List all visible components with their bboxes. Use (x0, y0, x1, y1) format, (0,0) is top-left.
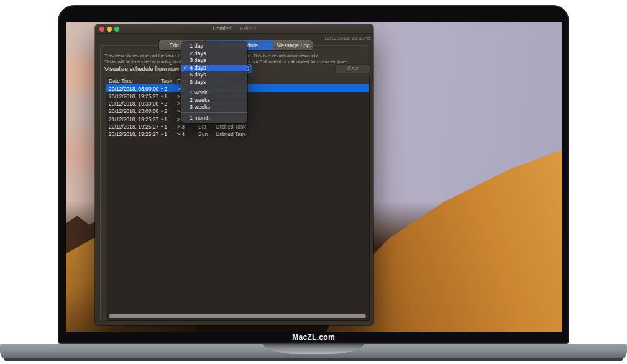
bezel-brand-text: MacZL.com (58, 333, 569, 342)
menu-item-1-week[interactable]: 1 week (181, 89, 247, 97)
menu-item-label: 4 days (190, 65, 206, 71)
table-cell: • 2 (161, 86, 167, 92)
menu-item-1-day[interactable]: 1 day (181, 43, 247, 50)
desktop-display: Untitled — Edited 19/12/2018, 19:32:45 T… (66, 22, 562, 332)
table-cell: 20/12/2018, 19:25:27 (109, 93, 158, 99)
column-header[interactable]: Date Time (109, 78, 133, 84)
table-cell: • 2 (161, 101, 167, 107)
menu-item-label: 5 days (190, 71, 206, 78)
info-line2-right: s not Calculated or calculated for a sho… (248, 59, 346, 65)
table-cell: • 1 (161, 124, 167, 130)
table-cell: 20/12/2018, 23:00:00 (109, 108, 158, 114)
laptop-screen-bezel: Untitled — Edited 19/12/2018, 19:32:45 T… (58, 5, 569, 344)
menu-item-label: 6 days (190, 79, 206, 85)
checkmark-icon: ✓ (183, 65, 188, 72)
table-cell: Sun (198, 131, 208, 137)
menu-item-label: 2 days (190, 50, 206, 57)
menu-item-3-weeks[interactable]: 3 weeks (181, 104, 247, 111)
window-titlebar[interactable]: Untitled — Edited (95, 24, 373, 34)
menu-item-label: 3 days (190, 57, 206, 63)
table-row[interactable]: 23/12/2018, 19:25:27• 1> 4SunUntitled Ta… (106, 130, 369, 138)
menu-item-6-days[interactable]: 6 days (181, 79, 247, 86)
table-cell: • 1 (161, 116, 167, 122)
menu-item-label: 1 day (190, 43, 203, 49)
info-line1-right: d. This is a visualization view only. (248, 53, 319, 58)
table-cell: • 1 (161, 131, 167, 137)
laptop-base (0, 344, 627, 361)
menu-item-2-weeks[interactable]: 2 weeks (181, 97, 247, 104)
table-cell: > 4 (177, 131, 185, 137)
menu-separator (181, 88, 247, 88)
column-divider (158, 78, 159, 83)
table-cell: Untitled Task (216, 131, 246, 137)
table-cell: 20/12/2018, 19:30:00 (109, 101, 158, 107)
table-cell: Untitled Task (216, 124, 246, 130)
table-cell: 23/12/2018, 19:25:27 (109, 131, 158, 137)
horizontal-scrollbar[interactable] (109, 314, 366, 318)
lid-notch (263, 344, 364, 354)
calc-button[interactable]: Calc (335, 64, 371, 73)
table-cell: • 1 (161, 93, 167, 99)
table-cell: Sat (198, 124, 206, 130)
menu-item-label: 1 month (190, 115, 210, 121)
menu-item-4-days[interactable]: ✓4 days (181, 65, 247, 72)
table-cell: 22/12/2018, 19:25:27 (109, 124, 158, 130)
column-header[interactable]: Task (161, 78, 172, 84)
table-cell: • 2 (161, 108, 167, 114)
menu-item-label: 3 weeks (190, 104, 210, 110)
table-cell: > 3 (177, 124, 185, 130)
page: Untitled — Edited 19/12/2018, 19:32:45 T… (0, 0, 627, 364)
visualize-label: Visualize schedule from now to: (104, 65, 187, 72)
duration-dropdown-menu: 1 day2 days3 days✓4 days5 days6 days1 we… (181, 42, 247, 123)
menu-item-1-month[interactable]: 1 month (181, 115, 247, 122)
menu-item-label: 1 week (190, 89, 208, 96)
table-row[interactable]: 22/12/2018, 19:25:27• 1> 3SatUntitled Ta… (106, 122, 369, 130)
menu-item-2-days[interactable]: 2 days (181, 50, 247, 58)
tab-label: Message Log (276, 42, 309, 48)
clock-timestamp: 19/12/2018, 19:32:45 (324, 35, 371, 41)
menu-separator (181, 112, 247, 113)
table-cell: 21/12/2018, 19:25:27 (109, 116, 158, 122)
document-title: Untitled (213, 25, 232, 32)
menu-item-label: 2 weeks (190, 97, 210, 103)
column-divider (175, 78, 175, 83)
menu-item-5-days[interactable]: 5 days (181, 71, 247, 79)
edited-indicator: — Edited (233, 25, 256, 32)
window-title: Untitled — Edited (95, 24, 373, 34)
tab-message-log[interactable]: Message Log (273, 40, 313, 50)
menu-item-3-days[interactable]: 3 days (181, 57, 247, 65)
table-cell: 20/12/2018, 06:00:00 (109, 86, 158, 92)
